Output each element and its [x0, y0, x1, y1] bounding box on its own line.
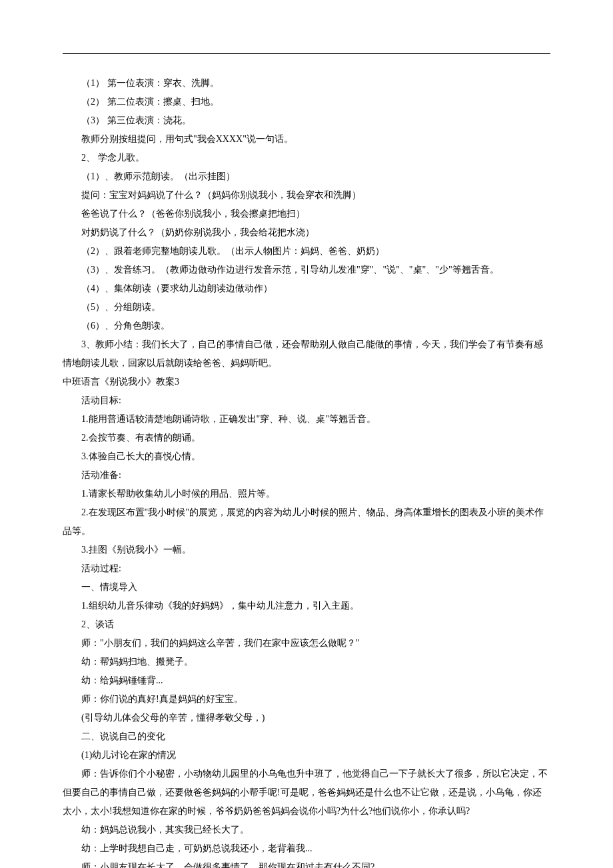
- text-line: 2、谈话: [63, 615, 550, 634]
- text-line: （4）、集体朗读（要求幼儿边朗读边做动作）: [63, 279, 550, 298]
- text-line: （5）、分组朗读。: [63, 298, 550, 317]
- text-line: （2）、跟着老师完整地朗读儿歌。（出示人物图片：妈妈、爸爸、奶奶）: [63, 242, 550, 261]
- text-line: 活动目标:: [63, 391, 550, 410]
- text-line: 2.会按节奏、有表情的朗诵。: [63, 429, 550, 447]
- text-line: 一、情境导入: [63, 578, 550, 597]
- text-line: 对奶奶说了什么？（奶奶你别说我小，我会给花把水浇）: [63, 223, 550, 242]
- text-line: （1） 第一位表演：穿衣、洗脚。: [63, 74, 550, 93]
- text-line: 幼：上学时我想自己走，可奶奶总说我还小，老背着我...: [63, 839, 550, 858]
- horizontal-divider: [63, 53, 550, 54]
- text-line: 1.能用普通话较清楚地朗诵诗歌，正确发出"穿、种、说、桌"等翘舌音。: [63, 410, 550, 429]
- text-line: 活动准备:: [63, 466, 550, 485]
- text-line: 提问：宝宝对妈妈说了什么？（妈妈你别说我小，我会穿衣和洗脚）: [63, 186, 550, 205]
- text-line: 1.组织幼儿音乐律动《我的好妈妈》，集中幼儿注意力，引入主题。: [63, 597, 550, 615]
- text-line: （3） 第三位表演：浇花。: [63, 111, 550, 130]
- text-line: （3）、发音练习。（教师边做动作边进行发音示范，引导幼儿发准"穿"、"说"、"桌…: [63, 261, 550, 279]
- text-line: 3、教师小结：我们长大了，自己的事情自己做，还会帮助别人做自己能做的事情，今天，…: [63, 335, 550, 373]
- text-line: 2、 学念儿歌。: [63, 149, 550, 167]
- text-line: 师：小朋友现在长大了，会做很多事情了，那你现在和过去有什么不同?: [63, 858, 550, 868]
- text-line: 爸爸说了什么？（爸爸你别说我小，我会擦桌把地扫）: [63, 205, 550, 223]
- text-line: （1）、教师示范朗读。（出示挂图）: [63, 167, 550, 186]
- text-line: 中班语言《别说我小》教案3: [63, 373, 550, 391]
- document-content: （1） 第一位表演：穿衣、洗脚。（2） 第二位表演：擦桌、扫地。（3） 第三位表…: [63, 74, 550, 868]
- text-line: 幼：帮妈妈扫地、搬凳子。: [63, 653, 550, 671]
- text-line: 活动过程:: [63, 559, 550, 578]
- text-line: 二、说说自己的变化: [63, 727, 550, 746]
- text-line: 3.挂图《别说我小》一幅。: [63, 541, 550, 559]
- text-line: 1.请家长帮助收集幼儿小时候的用品、照片等。: [63, 485, 550, 503]
- text-line: (引导幼儿体会父母的辛苦，懂得孝敬父母，): [63, 709, 550, 727]
- text-line: 3.体验自己长大的喜悦心情。: [63, 447, 550, 466]
- text-line: （2） 第二位表演：擦桌、扫地。: [63, 93, 550, 111]
- text-line: 幼：妈妈总说我小，其实我已经长大了。: [63, 821, 550, 839]
- text-line: （6）、分角色朗读。: [63, 317, 550, 335]
- text-line: 教师分别按组提问，用句式"我会XXXX"说一句话。: [63, 130, 550, 149]
- text-line: 师：你们说的真好!真是妈妈的好宝宝。: [63, 690, 550, 709]
- text-line: 师："小朋友们，我们的妈妈这么辛苦，我们在家中应该怎么做呢？": [63, 634, 550, 653]
- text-line: 幼：给妈妈锤锤背...: [63, 671, 550, 690]
- text-line: 2.在发现区布置"我小时候"的展览，展览的内容为幼儿小时候的照片、物品、身高体重…: [63, 503, 550, 541]
- text-line: 师：告诉你们个小秘密，小动物幼儿园里的小乌龟也升中班了，他觉得自己一下子就长大了…: [63, 765, 550, 821]
- text-line: (1)幼儿讨论在家的情况: [63, 746, 550, 765]
